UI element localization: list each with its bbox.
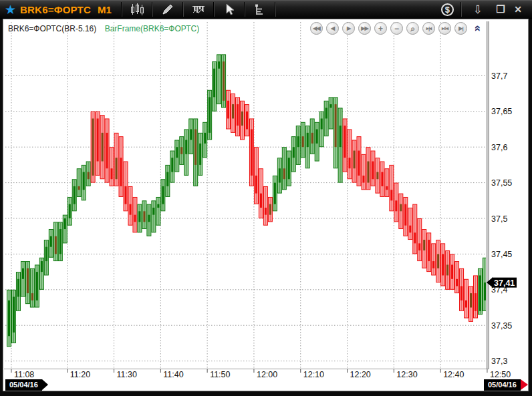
nav-compress-bar-button[interactable]: ▸‖◂ — [438, 22, 451, 35]
toolbar-separator — [244, 2, 245, 17]
nav-zoom-in-button[interactable]: + — [374, 22, 387, 35]
toolbar-separator — [182, 2, 184, 17]
toolbar-separator — [275, 2, 276, 17]
chart-nav-toolbar: ◀◀◀▶▶▶+−⌕▸|◂▸‖◂▶| — [310, 22, 467, 35]
toolbar-separator — [152, 2, 153, 17]
nav-step-forward-button[interactable]: ▶ — [342, 22, 355, 35]
window-titlebar: ★ BRK6=ФОРТС М1 — [0, 0, 532, 19]
toolbar-separator — [121, 2, 122, 17]
maximize-button[interactable]: ❐ — [492, 3, 509, 15]
nav-zoom-select-button[interactable]: ⌕ — [406, 22, 419, 35]
barframe-label: BarFrame(BRK6=ФОРТС) — [105, 24, 200, 33]
favorite-star-icon[interactable]: ★ — [5, 3, 16, 16]
indicator-list-icon[interactable] — [250, 1, 270, 17]
session-date-badge-left: 05/04/16 — [5, 379, 42, 391]
cursor-pointer-icon[interactable] — [219, 1, 239, 17]
nav-zoom-out-button[interactable]: − — [390, 22, 403, 35]
close-button[interactable]: ✕ — [509, 4, 527, 15]
toolbar-separator — [460, 2, 462, 17]
chart-legend: BRK6=ФОРТС(BR-5.16) BarFrame(BRK6=ФОРТС) — [8, 24, 199, 33]
nav-fast-forward-button[interactable]: ▶▶ — [358, 22, 371, 35]
instrument-label: BRK6=ФОРТС(BR-5.16) — [8, 24, 96, 33]
market-profile-icon[interactable] — [188, 1, 209, 17]
candlestick-chart-icon[interactable] — [127, 1, 147, 17]
chart-panel — [3, 19, 529, 391]
session-date-badge-right: 05/04/16 — [484, 379, 521, 391]
draw-pencil-icon[interactable] — [158, 1, 178, 17]
nav-step-backward-button[interactable]: ◀ — [326, 22, 339, 35]
timeframe-label[interactable]: М1 — [98, 4, 112, 15]
nav-go-to-end-button[interactable]: ▶| — [454, 22, 467, 35]
nav-fast-backward-button[interactable]: ◀◀ — [310, 22, 323, 35]
collapse-toolbar-icon[interactable]: « — [473, 25, 484, 31]
download-arrow-icon[interactable]: ⇩ — [473, 3, 483, 17]
window-title: BRK6=ФОРТС — [20, 4, 91, 15]
money-management-icon[interactable]: $ — [441, 3, 454, 16]
nav-compress-h-button[interactable]: ▸|◂ — [422, 22, 435, 35]
toolbar-separator — [213, 2, 215, 17]
